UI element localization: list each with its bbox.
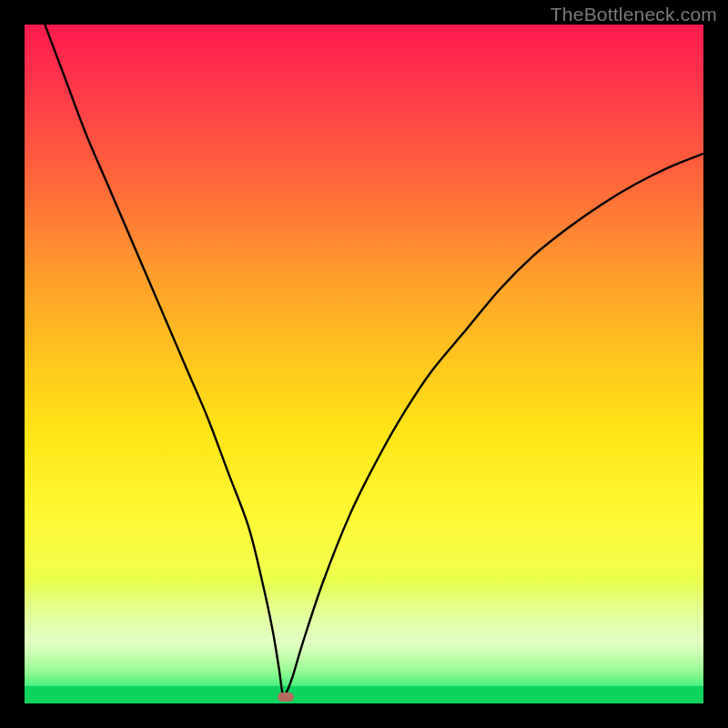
bottleneck-curve [25, 25, 703, 703]
plot-area [25, 25, 703, 703]
optimum-marker [278, 693, 294, 702]
chart-frame: TheBottleneck.com [0, 0, 728, 728]
watermark-text: TheBottleneck.com [551, 4, 717, 25]
